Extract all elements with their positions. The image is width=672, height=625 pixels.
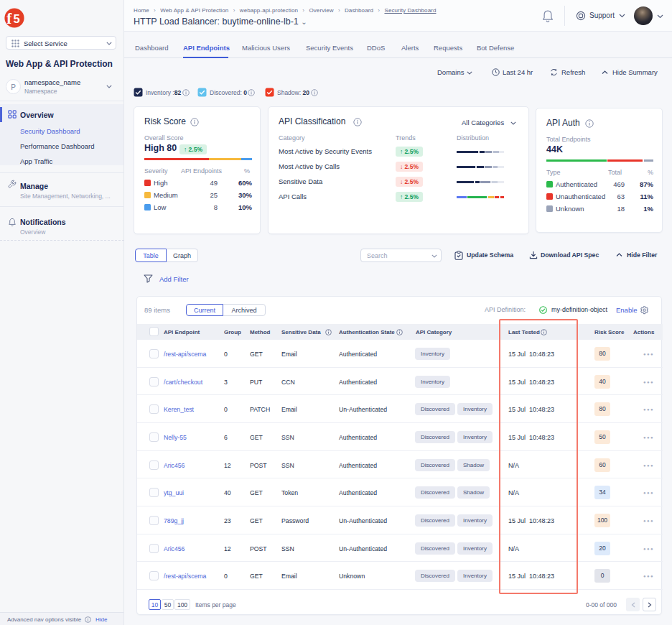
svg-text:f: f [6,10,12,27]
svg-text:5: 5 [14,12,20,25]
